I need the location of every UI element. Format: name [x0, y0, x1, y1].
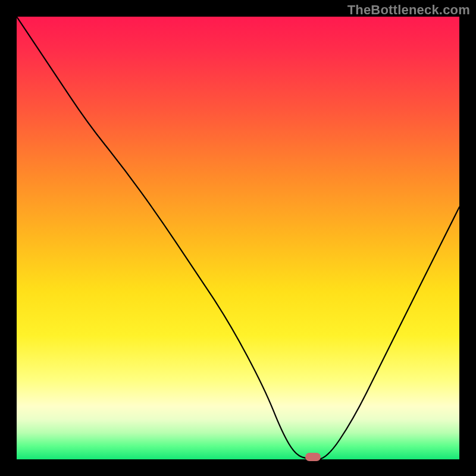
watermark-text: TheBottleneck.com: [347, 2, 470, 18]
bottleneck-curve: [17, 17, 459, 459]
optimum-marker: [305, 453, 321, 461]
curve-svg: [17, 17, 459, 459]
chart-frame: TheBottleneck.com: [0, 0, 476, 476]
plot-area: [17, 17, 459, 459]
